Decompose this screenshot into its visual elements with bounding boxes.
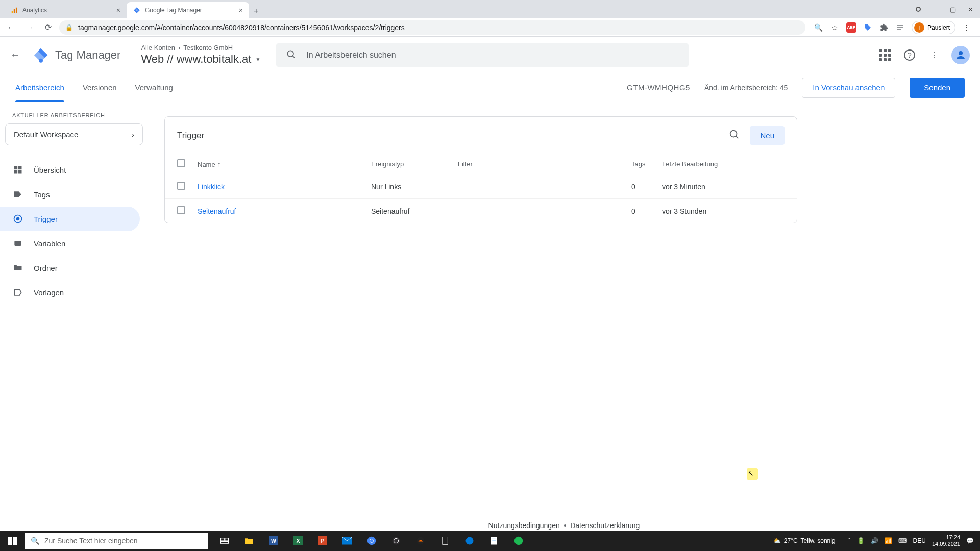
browser-menu-icon[interactable]: ⋮	[962, 22, 972, 33]
spotify-icon[interactable]	[506, 531, 531, 551]
back-button[interactable]: ←	[4, 20, 18, 35]
row-checkbox[interactable]	[177, 182, 185, 190]
tray-chevron-icon[interactable]: ˄	[848, 537, 851, 544]
mail-icon[interactable]	[335, 531, 359, 551]
sidebar-item-variables[interactable]: Variablen	[0, 231, 140, 256]
apps-icon[interactable]	[878, 48, 892, 62]
keyboard-icon[interactable]: ⌨	[898, 537, 907, 544]
reload-button[interactable]: ⟳	[41, 20, 55, 35]
terms-link[interactable]: Nutzungsbedingungen	[488, 521, 560, 530]
column-filter[interactable]: Filter	[458, 160, 631, 168]
word-icon[interactable]: W	[261, 531, 286, 551]
notifications-icon[interactable]: 💬	[966, 537, 974, 544]
sidebar-item-tags[interactable]: Tags	[0, 182, 140, 207]
volume-icon[interactable]: 🔊	[871, 537, 878, 544]
close-icon[interactable]: ✕	[963, 2, 978, 17]
privacy-link[interactable]: Datenschutzerklärung	[570, 521, 640, 530]
svg-point-10	[39, 58, 43, 62]
reading-list-icon[interactable]	[895, 22, 905, 33]
footer: Nutzungsbedingungen • Datenschutzerkläru…	[148, 521, 980, 530]
table-row[interactable]: Seitenaufruf Seitenaufruf 0 vor 3 Stunde…	[165, 199, 797, 223]
new-tab-button[interactable]: +	[249, 4, 263, 18]
preview-button[interactable]: In Vorschau ansehen	[802, 78, 895, 98]
tab-close-icon[interactable]: ×	[116, 6, 120, 14]
table-row[interactable]: Linkklick Nur Links 0 vor 3 Minuten	[165, 174, 797, 199]
start-button[interactable]	[0, 531, 24, 551]
bookmark-icon[interactable]: ☆	[830, 22, 840, 33]
profile-status: Pausiert	[927, 24, 950, 31]
column-tags[interactable]: Tags	[631, 160, 662, 168]
workspace-search[interactable]: In Arbeitsbereich suchen	[276, 43, 689, 67]
edge-icon[interactable]	[457, 531, 482, 551]
tab-admin[interactable]: Verwaltung	[135, 75, 173, 100]
submit-button[interactable]: Senden	[910, 78, 965, 98]
help-icon[interactable]: ?	[902, 48, 917, 62]
browser-tab-gtm[interactable]: Google Tag Manager ×	[127, 2, 249, 18]
sidebar-item-templates[interactable]: Vorlagen	[0, 280, 140, 305]
container-id[interactable]: GTM-WMHQHG5	[627, 83, 690, 92]
svg-rect-0	[12, 11, 13, 13]
abp-extension-icon[interactable]: ABP	[846, 22, 856, 33]
workspace-selector[interactable]: Default Workspace ›	[5, 123, 143, 145]
clock[interactable]: 17:24 14.09.2021	[932, 534, 960, 547]
logo-block[interactable]: Tag Manager	[33, 47, 120, 63]
sidebar-item-label: Übersicht	[34, 166, 66, 174]
extensions-icon[interactable]	[879, 22, 889, 33]
breadcrumb-all[interactable]: Alle Konten	[141, 44, 175, 52]
task-view-icon[interactable]	[212, 531, 237, 551]
sidebar-item-overview[interactable]: Übersicht	[0, 158, 140, 182]
column-event[interactable]: Ereignistyp	[371, 160, 458, 168]
excel-icon[interactable]: X	[286, 531, 310, 551]
svg-text:?: ?	[908, 51, 912, 59]
card-search-button[interactable]	[728, 129, 740, 142]
explorer-icon[interactable]	[237, 531, 261, 551]
app-back-button[interactable]: ←	[10, 49, 22, 61]
user-avatar[interactable]	[951, 46, 970, 64]
workspace-changes[interactable]: Änd. im Arbeitsbereich: 45	[704, 84, 788, 92]
taskbar-search[interactable]: 🔍 Zur Suche Text hier eingeben	[24, 533, 208, 549]
trigger-card: Trigger Neu Name↑ Ereignistyp Filter Tag…	[164, 116, 797, 223]
container-selector[interactable]: Alle Konten › Testkonto GmbH Web // www.…	[141, 44, 260, 66]
svg-rect-41	[443, 537, 448, 545]
column-edit[interactable]: Letzte Bearbeitung	[662, 160, 785, 168]
app-header: ← Tag Manager Alle Konten › Testkonto Gm…	[0, 37, 980, 73]
tab-workspace[interactable]: Arbeitsbereich	[15, 75, 64, 100]
breadcrumb-account[interactable]: Testkonto GmbH	[183, 44, 233, 52]
trigger-name-link[interactable]: Linkklick	[198, 183, 371, 191]
more-icon[interactable]: ⋮	[927, 48, 941, 62]
profile-chip[interactable]: T Pausiert	[912, 21, 955, 34]
chrome-icon[interactable]	[359, 531, 384, 551]
gtm-logo-icon	[33, 47, 49, 63]
app-icon[interactable]	[433, 531, 457, 551]
language-indicator[interactable]: DEU	[913, 537, 926, 544]
row-checkbox[interactable]	[177, 206, 185, 214]
browser-tab-analytics[interactable]: Analytics ×	[4, 2, 127, 18]
svg-rect-43	[491, 537, 497, 545]
search-icon: 🔍	[31, 537, 39, 545]
obs-icon[interactable]	[384, 531, 408, 551]
tab-versions[interactable]: Versionen	[83, 75, 117, 100]
minimize-icon[interactable]: —	[928, 2, 943, 17]
column-name[interactable]: Name↑	[198, 160, 371, 168]
cell-tags: 0	[631, 207, 662, 215]
app-icon[interactable]	[408, 531, 433, 551]
forward-button[interactable]: →	[22, 20, 37, 35]
sidebar-item-trigger[interactable]: Trigger	[0, 207, 140, 231]
browser-tab-strip: Analytics × Google Tag Manager × + — ▢ ✕	[0, 0, 980, 18]
maximize-icon[interactable]: ▢	[945, 2, 961, 17]
tab-close-icon[interactable]: ×	[239, 6, 243, 14]
notepad-icon[interactable]	[482, 531, 506, 551]
new-trigger-button[interactable]: Neu	[750, 126, 785, 145]
zoom-icon[interactable]: 🔍	[814, 22, 824, 33]
battery-icon[interactable]: 🔋	[857, 537, 865, 544]
tag-extension-icon[interactable]	[863, 22, 873, 33]
select-all-checkbox[interactable]	[177, 159, 185, 167]
powerpoint-icon[interactable]: P	[310, 531, 335, 551]
trigger-name-link[interactable]: Seitenaufruf	[198, 207, 371, 215]
wifi-icon[interactable]: 📶	[885, 537, 892, 544]
weather-widget[interactable]: ⛅ 27°C Teilw. sonnig	[773, 537, 836, 544]
sidebar-item-folders[interactable]: Ordner	[0, 256, 140, 280]
date: 14.09.2021	[932, 541, 960, 547]
account-dot-icon[interactable]	[911, 2, 926, 17]
address-bar[interactable]: 🔒 tagmanager.google.com/#/container/acco…	[59, 20, 805, 35]
